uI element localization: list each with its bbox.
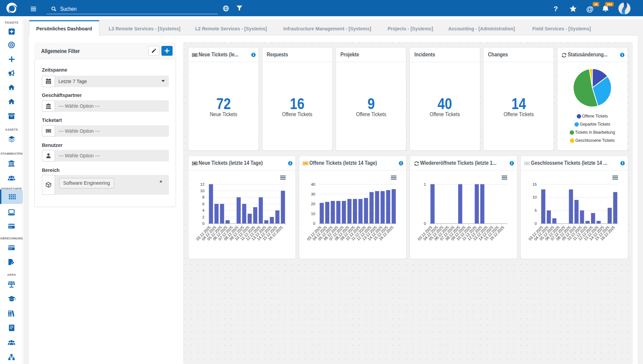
svg-text:2: 2 <box>202 215 204 219</box>
svg-text:10: 10 <box>311 212 315 216</box>
svg-text:15: 15 <box>533 182 537 186</box>
svg-text:40: 40 <box>311 182 315 186</box>
svg-text:10: 10 <box>200 189 205 193</box>
svg-text:5: 5 <box>535 208 537 212</box>
svg-text:6: 6 <box>202 202 204 206</box>
svg-text:0: 0 <box>313 222 315 226</box>
svg-text:20: 20 <box>311 202 315 206</box>
svg-text:0: 0 <box>424 222 426 226</box>
svg-text:0: 0 <box>202 222 204 226</box>
svg-text:0: 0 <box>535 222 537 226</box>
svg-text:8: 8 <box>202 195 204 199</box>
svg-text:4: 4 <box>202 208 205 212</box>
svg-text:10: 10 <box>533 195 537 199</box>
svg-text:12: 12 <box>200 182 205 186</box>
svg-text:1: 1 <box>424 182 426 186</box>
svg-text:30: 30 <box>311 192 315 196</box>
